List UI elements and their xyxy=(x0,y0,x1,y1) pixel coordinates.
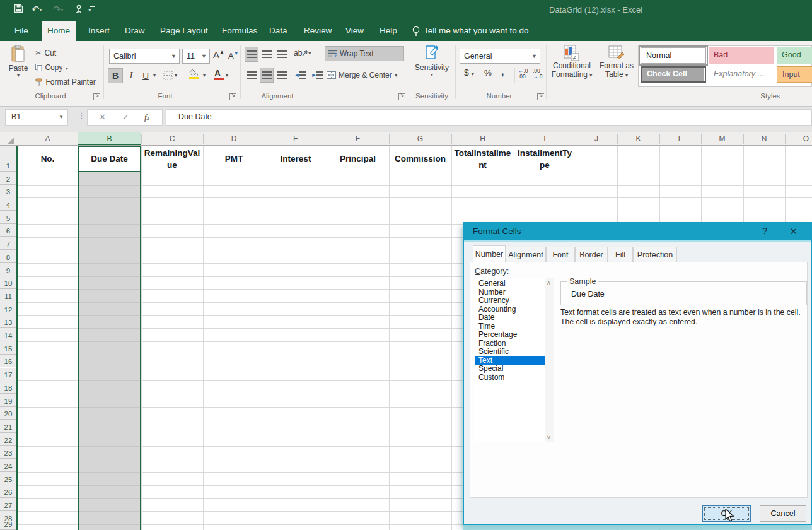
row-header-20[interactable]: 20 xyxy=(0,407,16,420)
category-number[interactable]: Number xyxy=(475,288,545,297)
category-time[interactable]: Time xyxy=(475,322,545,331)
customize-qat-icon[interactable]: ▾ xyxy=(88,4,95,15)
row-header-27[interactable]: 27 xyxy=(0,498,16,512)
column-header-M[interactable]: M xyxy=(701,132,743,145)
row-header-13[interactable]: 13 xyxy=(0,315,16,329)
row-header-12[interactable]: 12 xyxy=(0,302,16,315)
increase-indent-icon[interactable]: ► xyxy=(310,68,325,83)
increase-decimal-icon[interactable]: ←.0.00 xyxy=(518,68,528,80)
font-dialog-launcher[interactable] xyxy=(229,93,236,100)
font-color-dropdown[interactable]: ▾ xyxy=(226,73,228,78)
row-header-16[interactable]: 16 xyxy=(0,355,16,368)
format-painter-button[interactable]: Format Painter xyxy=(35,76,96,87)
number-format-combo[interactable]: General▼ xyxy=(460,49,540,64)
row-header-14[interactable]: 14 xyxy=(0,328,16,341)
fill-color-icon[interactable] xyxy=(189,69,200,80)
dialog-tab-protection[interactable]: Protection xyxy=(633,247,677,262)
style-normal[interactable]: Normal xyxy=(641,47,706,64)
row-header-15[interactable]: 15 xyxy=(0,341,16,355)
row-header-18[interactable]: 18 xyxy=(0,380,16,394)
increase-font-icon[interactable]: A▲ xyxy=(213,49,224,60)
row-header-7[interactable]: 7 xyxy=(0,237,16,250)
header-cell-D1[interactable]: PMT xyxy=(203,146,265,172)
decrease-indent-icon[interactable]: ◄ xyxy=(293,68,308,83)
row-header-8[interactable]: 8 xyxy=(0,250,16,263)
cut-button[interactable]: ✂ Cut xyxy=(35,47,56,58)
fill-color-dropdown[interactable]: ▾ xyxy=(203,73,206,78)
conditional-formatting-button[interactable]: ≠ Conditional Formatting ▾ xyxy=(548,45,596,79)
column-header-K[interactable]: K xyxy=(617,132,659,145)
align-bottom-button[interactable] xyxy=(275,47,289,62)
category-scientific[interactable]: Scientific xyxy=(475,348,545,356)
align-middle-button[interactable] xyxy=(260,47,274,62)
tab-file[interactable]: File xyxy=(13,21,25,41)
format-as-table-button[interactable]: Format as Table ▾ xyxy=(597,45,636,79)
row-header-10[interactable]: 10 xyxy=(0,276,16,290)
header-cell-A1[interactable]: No. xyxy=(18,146,78,172)
font-name-combo[interactable]: Calibri▼ xyxy=(109,49,180,64)
dialog-tab-font[interactable]: Font xyxy=(546,247,575,262)
row-header-1[interactable]: 1 xyxy=(0,146,16,172)
decrease-font-icon[interactable]: A▼ xyxy=(228,50,239,61)
scroll-up-icon[interactable]: ∧ xyxy=(547,280,551,286)
tab-insert[interactable]: Insert xyxy=(87,21,106,41)
align-left-button[interactable] xyxy=(245,68,258,83)
sensitivity-button[interactable]: Sensitivity ▾ xyxy=(411,45,453,78)
font-color-icon[interactable]: A xyxy=(214,68,224,80)
tab-page-layout[interactable]: Page Layout xyxy=(159,21,200,41)
column-header-N[interactable]: N xyxy=(743,132,785,145)
align-right-button[interactable] xyxy=(275,68,289,83)
borders-icon[interactable] xyxy=(163,71,173,80)
undo-icon[interactable]: ↶▾ xyxy=(32,4,42,15)
merge-center-button[interactable]: Merge & Center ▾ xyxy=(327,69,397,81)
number-dialog-launcher[interactable] xyxy=(537,93,544,100)
orientation-icon[interactable]: ab▾ xyxy=(294,49,311,57)
category-currency[interactable]: Currency xyxy=(475,297,545,305)
formula-input[interactable]: Due Date xyxy=(165,109,812,126)
tab-draw[interactable]: Draw xyxy=(124,21,141,41)
row-header-29[interactable]: 29 xyxy=(0,524,16,530)
tab-review[interactable]: Review xyxy=(303,21,326,41)
bold-button[interactable]: B xyxy=(108,68,123,83)
touch-mode-icon[interactable] xyxy=(74,4,84,14)
category-percentage[interactable]: Percentage xyxy=(475,331,545,339)
comma-style-icon[interactable]: , xyxy=(501,66,504,78)
align-center-button[interactable] xyxy=(260,68,274,83)
alignment-dialog-launcher[interactable] xyxy=(398,93,405,100)
dialog-tab-number[interactable]: Number xyxy=(473,245,506,262)
paste-button[interactable]: Paste ▾ xyxy=(5,45,32,78)
column-header-L[interactable]: L xyxy=(659,132,701,145)
header-cell-F1[interactable]: Principal xyxy=(327,146,389,172)
row-header-21[interactable]: 21 xyxy=(0,420,16,433)
row-header-5[interactable]: 5 xyxy=(0,211,16,224)
redo-icon[interactable]: ↷▾ xyxy=(53,4,64,15)
font-size-combo[interactable]: 11▼ xyxy=(182,49,210,64)
dialog-title-bar[interactable]: Format Cells ? ✕ xyxy=(464,223,811,242)
column-header-F[interactable]: F xyxy=(327,132,389,145)
style-good[interactable]: Good xyxy=(777,47,812,64)
percent-style-icon[interactable]: % xyxy=(484,68,492,78)
cancel-entry-icon[interactable]: ✕ xyxy=(99,112,106,122)
name-box-dropdown[interactable]: ▼ xyxy=(59,114,64,120)
dialog-tab-fill[interactable]: Fill xyxy=(608,247,633,262)
style-check-cell[interactable]: Check Cell xyxy=(641,66,706,83)
category-special[interactable]: Special xyxy=(475,365,545,374)
column-header-C[interactable]: C xyxy=(141,132,203,145)
header-cell-C1[interactable]: RemainingValue xyxy=(141,146,203,172)
dialog-help-icon[interactable]: ? xyxy=(762,226,767,236)
scroll-down-icon[interactable]: ∨ xyxy=(547,434,551,440)
save-icon[interactable] xyxy=(14,4,23,13)
header-cell-H1[interactable]: TotalInstallment xyxy=(451,146,514,172)
name-box-splitter[interactable]: ⋮ xyxy=(78,112,85,120)
decrease-decimal-icon[interactable]: .00→.0 xyxy=(533,68,543,80)
category-general[interactable]: General xyxy=(475,280,545,288)
tab-data[interactable]: Data xyxy=(268,21,284,41)
row-header-23[interactable]: 23 xyxy=(0,446,16,459)
confirm-entry-icon[interactable]: ✓ xyxy=(122,112,129,122)
wrap-text-button[interactable]: Wrap Text xyxy=(325,46,404,61)
tab-help[interactable]: Help xyxy=(378,21,393,41)
cancel-button[interactable]: Cancel xyxy=(760,505,806,522)
category-listbox[interactable]: GeneralNumberCurrencyAccountingDateTimeP… xyxy=(475,278,554,442)
borders-dropdown[interactable]: ▾ xyxy=(175,73,177,78)
row-header-25[interactable]: 25 xyxy=(0,472,16,485)
